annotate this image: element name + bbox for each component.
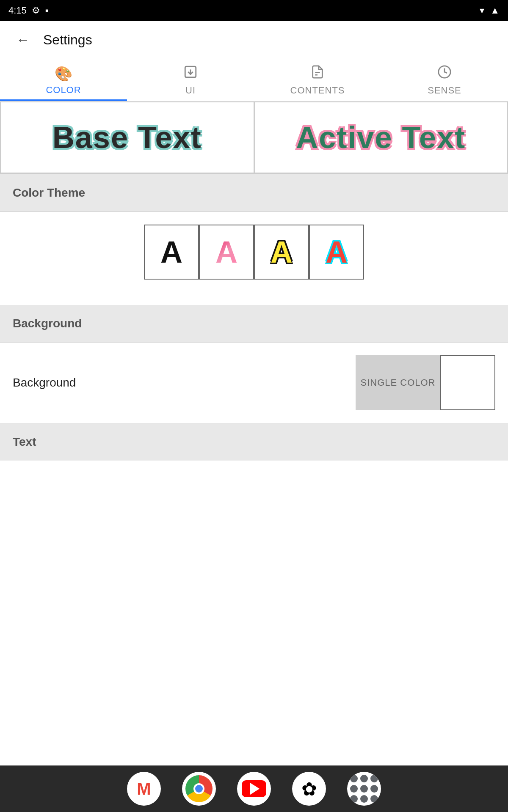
background-section-header: Background <box>0 305 508 343</box>
sense-tab-icon <box>437 65 452 82</box>
bottom-spacer <box>0 461 508 511</box>
tabs-bar: 🎨 COLOR UI CONTENTS <box>0 59 508 102</box>
dot9 <box>370 795 378 803</box>
background-label: Background <box>13 376 76 390</box>
sense-tab-label: SENSE <box>428 85 461 96</box>
base-text-preview: Base Text <box>52 120 202 155</box>
status-left: 4:15 ⚙ ▪ <box>8 5 49 16</box>
gmail-icon: M <box>137 779 151 798</box>
status-right: ▾ ▲ <box>480 5 500 16</box>
background-row-content: Background SINGLE COLOR <box>0 343 508 423</box>
photos-icon: ✿ <box>301 778 317 800</box>
ui-tab-label: UI <box>185 85 196 96</box>
signal-icon: ▲ <box>490 5 500 16</box>
theme-option-yellow[interactable]: A <box>254 225 309 280</box>
dot5 <box>360 785 368 793</box>
color-tab-icon: 🎨 <box>55 65 73 82</box>
color-swatch-white[interactable] <box>440 355 495 410</box>
theme-a-pink: A <box>215 237 237 267</box>
dot6 <box>370 785 378 793</box>
bottom-nav: M ✿ <box>0 765 508 812</box>
status-time: 4:15 <box>8 5 27 16</box>
dot7 <box>350 795 358 803</box>
dot3 <box>370 775 378 782</box>
contents-tab-icon <box>310 65 325 82</box>
dot1 <box>350 775 358 782</box>
tab-sense[interactable]: SENSE <box>381 59 508 101</box>
dot8 <box>360 795 368 803</box>
single-color-button[interactable]: SINGLE COLOR <box>356 355 440 410</box>
chrome-center <box>193 783 204 794</box>
background-row: Background SINGLE COLOR <box>13 355 495 410</box>
theme-option-pink[interactable]: A <box>199 225 254 280</box>
active-text-preview: Active Text <box>296 120 466 155</box>
nav-apps[interactable] <box>347 772 381 806</box>
back-button[interactable]: ← <box>13 29 33 51</box>
single-color-label: SINGLE COLOR <box>360 377 435 388</box>
preview-section: Base Text Active Text <box>0 102 508 174</box>
tab-color[interactable]: 🎨 COLOR <box>0 59 127 101</box>
background-options: SINGLE COLOR <box>356 355 495 410</box>
wifi-icon: ▾ <box>480 5 484 16</box>
base-text-card[interactable]: Base Text <box>0 102 254 173</box>
theme-option-black[interactable]: A <box>144 225 199 280</box>
header: ← Settings <box>0 21 508 59</box>
tab-ui[interactable]: UI <box>127 59 254 101</box>
spacer1 <box>0 292 508 305</box>
dot4 <box>350 785 358 793</box>
theme-option-red-cyan[interactable]: A <box>309 225 364 280</box>
page-title: Settings <box>43 32 92 48</box>
contents-tab-label: CONTENTS <box>290 85 345 96</box>
tab-contents[interactable]: CONTENTS <box>254 59 381 101</box>
nav-chrome[interactable] <box>182 772 216 806</box>
dot2 <box>360 775 368 782</box>
color-theme-options: A A A A <box>0 212 508 292</box>
nav-photos[interactable]: ✿ <box>292 772 326 806</box>
youtube-play-icon <box>250 783 260 795</box>
active-text-card[interactable]: Active Text <box>254 102 508 173</box>
color-tab-label: COLOR <box>46 85 81 96</box>
theme-a-black: A <box>160 237 182 267</box>
youtube-icon <box>242 780 266 797</box>
text-section-header: Text <box>0 423 508 461</box>
nav-youtube[interactable] <box>237 772 271 806</box>
theme-a-yellow: A <box>271 237 293 267</box>
theme-a-red-cyan: A <box>326 237 348 267</box>
ui-tab-icon <box>183 65 198 82</box>
settings-icon: ⚙ <box>32 5 40 16</box>
status-bar: 4:15 ⚙ ▪ ▾ ▲ <box>0 0 508 21</box>
battery-icon: ▪ <box>45 5 49 16</box>
apps-icon <box>350 775 378 803</box>
chrome-icon <box>185 775 213 802</box>
nav-gmail[interactable]: M <box>127 772 161 806</box>
color-theme-header: Color Theme <box>0 174 508 212</box>
